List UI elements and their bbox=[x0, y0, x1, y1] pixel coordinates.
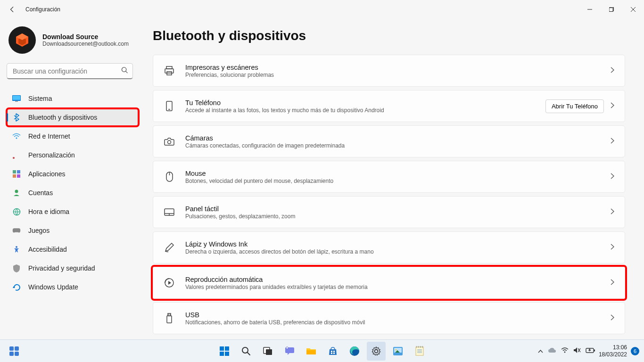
card-title: Reproducción automática bbox=[185, 276, 611, 283]
nav-privacidad[interactable]: Privacidad y seguridad bbox=[7, 259, 143, 277]
nav-accesibilidad[interactable]: Accesibilidad bbox=[7, 240, 143, 258]
account-email: Downloadsourcenet@outlook.com bbox=[42, 41, 129, 47]
settings-app-button[interactable] bbox=[367, 342, 386, 361]
nav-juegos[interactable]: Juegos bbox=[7, 222, 143, 239]
svg-line-50 bbox=[248, 353, 250, 355]
card-subtitle: Notificaciones, ahorro de batería USB, p… bbox=[185, 319, 611, 326]
back-button[interactable] bbox=[7, 4, 18, 15]
taskbar: 13:06 18/03/2022 6 bbox=[0, 339, 644, 362]
notification-badge[interactable]: 6 bbox=[631, 347, 639, 355]
svg-marker-74 bbox=[574, 347, 577, 353]
widgets-button[interactable] bbox=[5, 342, 24, 361]
taskbar-center bbox=[215, 342, 429, 361]
card-title: Lápiz y Windows Ink bbox=[185, 240, 611, 248]
store-button[interactable] bbox=[323, 342, 342, 361]
wifi-icon bbox=[12, 132, 21, 140]
update-icon bbox=[12, 283, 21, 291]
chat-button[interactable] bbox=[280, 342, 299, 361]
card-subtitle: Preferencias, solucionar problemas bbox=[185, 72, 611, 78]
chevron-right-icon bbox=[611, 243, 614, 252]
open-phone-button[interactable]: Abrir Tu Teléfono bbox=[545, 99, 604, 113]
svg-rect-57 bbox=[331, 353, 332, 354]
camera-icon bbox=[164, 136, 175, 147]
volume-tray-icon[interactable] bbox=[573, 347, 581, 355]
search-icon bbox=[121, 67, 128, 76]
svg-rect-16 bbox=[17, 170, 20, 173]
app-button-1[interactable] bbox=[388, 342, 407, 361]
nav-label: Bluetooth y dispositivos bbox=[28, 114, 97, 121]
maximize-button[interactable] bbox=[601, 0, 622, 19]
nav-label: Privacidad y seguridad bbox=[28, 264, 95, 272]
nav-sistema[interactable]: Sistema bbox=[7, 90, 143, 107]
card-lapiz[interactable]: Lápiz y Windows Ink Derecha o izquierda,… bbox=[153, 231, 625, 263]
card-camaras[interactable]: Cámaras Cámaras conectadas, configuració… bbox=[153, 125, 625, 157]
window-title: Configuración bbox=[25, 6, 60, 13]
account-info[interactable]: Download Source Downloadsourcenet@outloo… bbox=[7, 26, 143, 54]
edge-button[interactable] bbox=[345, 342, 364, 361]
nav-label: Windows Update bbox=[28, 283, 78, 291]
nav-cuentas[interactable]: Cuentas bbox=[7, 184, 143, 202]
svg-rect-47 bbox=[220, 352, 224, 356]
svg-point-53 bbox=[286, 347, 288, 349]
nav-hora[interactable]: Hora e idioma bbox=[7, 203, 143, 221]
taskbar-search-button[interactable] bbox=[237, 342, 256, 361]
chevron-right-icon bbox=[611, 137, 614, 146]
card-subtitle: Valores predeterminados para unidades ex… bbox=[185, 284, 611, 290]
chevron-right-icon bbox=[611, 102, 614, 110]
chevron-right-icon bbox=[611, 314, 614, 322]
clock[interactable]: 13:06 18/03/2022 bbox=[599, 344, 627, 358]
task-view-button[interactable] bbox=[258, 342, 277, 361]
card-title: Panel táctil bbox=[185, 205, 611, 213]
svg-rect-43 bbox=[9, 352, 14, 356]
card-title: Tu Teléfono bbox=[185, 99, 545, 107]
svg-marker-79 bbox=[588, 349, 591, 352]
svg-point-13 bbox=[16, 137, 17, 139]
svg-rect-54 bbox=[306, 350, 316, 354]
svg-rect-41 bbox=[9, 346, 14, 351]
chevron-right-icon bbox=[611, 66, 614, 75]
mouse-icon bbox=[164, 171, 175, 182]
titlebar: Configuración bbox=[0, 0, 644, 19]
card-telefono[interactable]: Tu Teléfono Accede al instante a las fot… bbox=[153, 90, 625, 122]
minimize-button[interactable] bbox=[579, 0, 601, 19]
monitor-icon bbox=[12, 94, 21, 103]
tray-chevron-icon[interactable] bbox=[538, 348, 543, 354]
card-subtitle: Botones, velocidad del puntero del mouse… bbox=[185, 178, 611, 184]
search-input[interactable] bbox=[7, 63, 133, 79]
card-mouse[interactable]: Mouse Botones, velocidad del puntero del… bbox=[153, 161, 625, 193]
svg-point-22 bbox=[16, 246, 17, 248]
nav-red[interactable]: Red e Internet bbox=[7, 127, 143, 145]
start-button[interactable] bbox=[215, 342, 234, 361]
svg-rect-11 bbox=[13, 96, 20, 100]
card-impresoras[interactable]: Impresoras y escáneres Preferencias, sol… bbox=[153, 55, 625, 87]
card-title: Mouse bbox=[185, 170, 611, 177]
phone-icon bbox=[164, 100, 175, 112]
card-usb[interactable]: USB Notificaciones, ahorro de batería US… bbox=[153, 302, 625, 334]
nav-aplicaciones[interactable]: Aplicaciones bbox=[7, 165, 143, 183]
close-button[interactable] bbox=[622, 0, 644, 19]
nav-bluetooth[interactable]: Bluetooth y dispositivos bbox=[7, 108, 139, 126]
svg-rect-38 bbox=[167, 316, 172, 323]
svg-rect-15 bbox=[13, 170, 16, 173]
battery-tray-icon[interactable] bbox=[586, 348, 595, 354]
svg-rect-45 bbox=[220, 346, 224, 351]
nav-label: Sistema bbox=[28, 95, 52, 102]
explorer-button[interactable] bbox=[302, 342, 321, 361]
chevron-right-icon bbox=[611, 173, 614, 181]
card-title: Impresoras y escáneres bbox=[185, 64, 611, 71]
svg-rect-46 bbox=[225, 346, 229, 351]
nav-personalizacion[interactable]: Personalización bbox=[7, 146, 143, 164]
card-subtitle: Pulsaciones, gestos, desplazamiento, zoo… bbox=[185, 213, 611, 220]
nav-label: Aplicaciones bbox=[28, 170, 66, 178]
settings-cards: Impresoras y escáneres Preferencias, sol… bbox=[153, 55, 625, 336]
notepad-button[interactable] bbox=[410, 342, 429, 361]
page-title: Bluetooth y dispositivos bbox=[153, 28, 625, 43]
nav-update[interactable]: Windows Update bbox=[7, 278, 143, 296]
wifi-tray-icon[interactable] bbox=[561, 347, 569, 354]
card-subtitle: Accede al instante a las fotos, los text… bbox=[185, 107, 545, 114]
onedrive-icon[interactable] bbox=[548, 347, 556, 354]
card-title: USB bbox=[185, 311, 611, 319]
svg-rect-55 bbox=[331, 351, 332, 352]
card-panel-tactil[interactable]: Panel táctil Pulsaciones, gestos, despla… bbox=[153, 196, 625, 228]
card-reproduccion-automatica[interactable]: Reproducción automática Valores predeter… bbox=[153, 267, 625, 299]
